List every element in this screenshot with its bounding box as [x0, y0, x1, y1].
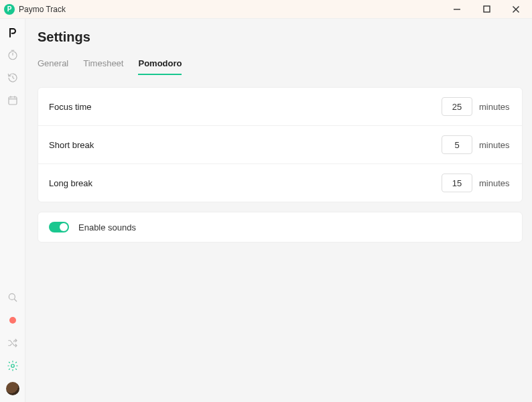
window-controls — [448, 3, 525, 16]
app-icon: P — [4, 4, 15, 15]
tab-general[interactable]: General — [38, 58, 68, 75]
titlebar: P Paymo Track — [0, 0, 532, 19]
timer-icon[interactable] — [6, 48, 19, 62]
short-break-label: Short break — [49, 140, 94, 150]
enable-sounds-row: Enable sounds — [38, 212, 522, 242]
long-break-row: Long break minutes — [38, 164, 522, 202]
svg-point-13 — [9, 293, 15, 299]
svg-line-8 — [13, 78, 14, 79]
maximize-button[interactable] — [477, 3, 496, 16]
shuffle-icon[interactable] — [6, 336, 19, 350]
tabs: General Timesheet Pomodoro — [38, 58, 523, 75]
short-break-unit: minutes — [479, 140, 511, 150]
long-break-unit: minutes — [479, 178, 511, 188]
close-button[interactable] — [507, 3, 525, 16]
sidebar — [0, 19, 25, 402]
tab-timesheet[interactable]: Timesheet — [83, 58, 123, 75]
focus-time-unit: minutes — [479, 102, 511, 112]
short-break-input[interactable] — [442, 135, 472, 154]
tab-pomodoro[interactable]: Pomodoro — [138, 58, 182, 75]
settings-icon[interactable] — [6, 359, 19, 373]
focus-time-row: Focus time minutes — [38, 88, 522, 126]
history-icon[interactable] — [6, 71, 19, 84]
enable-sounds-toggle[interactable] — [49, 222, 69, 232]
logo-icon[interactable] — [7, 27, 19, 39]
avatar[interactable] — [6, 382, 19, 395]
svg-line-14 — [14, 299, 17, 302]
calendar-icon[interactable] — [6, 94, 19, 107]
content: Settings General Timesheet Pomodoro Focu… — [25, 19, 532, 402]
pomodoro-settings-card: Focus time minutes Short break minutes L… — [38, 87, 523, 202]
svg-rect-1 — [484, 6, 490, 12]
window-title: Paymo Track — [19, 5, 448, 14]
short-break-row: Short break minutes — [38, 126, 522, 164]
minimize-button[interactable] — [448, 3, 466, 16]
record-icon[interactable] — [6, 314, 19, 327]
focus-time-label: Focus time — [49, 102, 92, 112]
search-icon[interactable] — [6, 291, 19, 304]
svg-rect-9 — [9, 97, 17, 105]
long-break-label: Long break — [49, 178, 92, 188]
long-break-input[interactable] — [442, 174, 472, 192]
page-title: Settings — [38, 29, 523, 45]
enable-sounds-label: Enable sounds — [78, 222, 136, 232]
svg-point-15 — [11, 364, 14, 368]
focus-time-input[interactable] — [442, 97, 472, 116]
sounds-card: Enable sounds — [38, 212, 523, 243]
